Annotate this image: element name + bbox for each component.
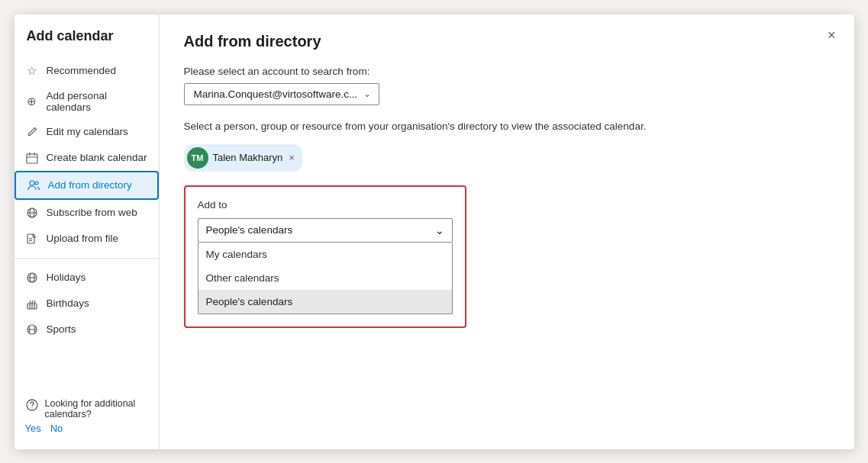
sidebar-item-label: Add personal calendars xyxy=(47,90,150,113)
account-label: Please select an account to search from: xyxy=(184,66,830,77)
sidebar-item-label: Holidays xyxy=(47,272,86,283)
sidebar-item-label: Sports xyxy=(47,323,76,335)
sidebar-item-holidays[interactable]: Holidays xyxy=(15,265,159,291)
dropdown-select[interactable]: People's calendars ⌄ xyxy=(198,218,453,243)
close-button[interactable]: × xyxy=(823,27,841,43)
sidebar-item-label: Upload from file xyxy=(47,233,119,244)
page-title: Add from directory xyxy=(184,33,830,50)
person-tag: TM Talen Makharyn × xyxy=(184,144,302,172)
chevron-down-icon: ⌄ xyxy=(363,88,371,99)
dropdown-option-peoples-calendars[interactable]: People's calendars xyxy=(198,290,452,313)
sidebar-divider xyxy=(15,258,159,259)
sidebar-footer: Looking for additional calendars? Yes No xyxy=(15,391,159,442)
modal: Add calendar ☆ Recommended ⊕ Add persona… xyxy=(15,14,854,449)
tag-container: TM Talen Makharyn × xyxy=(184,144,830,172)
upload-icon xyxy=(25,232,39,246)
svg-point-5 xyxy=(35,182,38,185)
svg-point-21 xyxy=(31,407,32,408)
sidebar-item-birthdays[interactable]: Birthdays xyxy=(15,291,159,317)
sidebar: Add calendar ☆ Recommended ⊕ Add persona… xyxy=(15,14,160,449)
sidebar-item-label: Birthdays xyxy=(47,297,89,309)
main-content: × Add from directory Please select an ac… xyxy=(160,14,854,449)
tag-name: Talen Makharyn xyxy=(213,152,283,163)
dropdown-option-my-calendars[interactable]: My calendars xyxy=(198,243,452,266)
globe-icon xyxy=(25,271,39,285)
sidebar-item-add-from-directory[interactable]: Add from directory xyxy=(15,171,159,200)
footer-text: Looking for additional calendars? xyxy=(45,398,148,420)
sidebar-item-sports[interactable]: Sports xyxy=(15,317,159,342)
tag-remove-button[interactable]: × xyxy=(287,153,296,162)
sidebar-item-upload-file[interactable]: Upload from file xyxy=(15,226,159,252)
svg-rect-0 xyxy=(27,154,37,163)
avatar: TM xyxy=(187,147,208,169)
sidebar-item-label: Recommended xyxy=(47,65,117,76)
footer-no-link[interactable]: No xyxy=(50,423,63,434)
account-select[interactable]: Marina.Conquest@virtosoftware.c... ⌄ xyxy=(184,83,380,105)
footer-yes-link[interactable]: Yes xyxy=(25,423,41,434)
sidebar-item-label: Create blank calendar xyxy=(47,152,147,163)
star-icon: ☆ xyxy=(25,64,39,78)
add-to-label: Add to xyxy=(198,199,453,211)
calendar-add-icon xyxy=(25,151,39,165)
footer-links: Yes No xyxy=(25,423,148,434)
dropdown-menu: My calendars Other calendars People's ca… xyxy=(198,243,453,314)
sidebar-item-label: Add from directory xyxy=(48,179,132,191)
subscribe-icon xyxy=(25,206,39,220)
sidebar-item-create-blank[interactable]: Create blank calendar xyxy=(15,145,159,171)
sidebar-item-add-personal[interactable]: ⊕ Add personal calendars xyxy=(15,84,159,119)
sidebar-item-edit-my[interactable]: Edit my calendars xyxy=(15,119,159,145)
sidebar-item-recommended[interactable]: ☆ Recommended xyxy=(15,58,159,84)
sidebar-item-label: Subscribe from web xyxy=(47,207,137,218)
chevron-down-icon: ⌄ xyxy=(435,224,444,236)
dropdown-value: People's calendars xyxy=(206,224,293,236)
modal-title: Add calendar xyxy=(15,28,159,58)
footer-icon xyxy=(25,398,39,414)
directory-icon xyxy=(27,178,40,192)
svg-point-4 xyxy=(30,181,34,185)
edit-icon xyxy=(25,125,39,139)
add-to-section: Add to People's calendars ⌄ My calendars… xyxy=(184,185,466,328)
dropdown-option-other-calendars[interactable]: Other calendars xyxy=(198,266,452,290)
add-person-icon: ⊕ xyxy=(25,95,39,108)
sports-icon xyxy=(25,323,39,336)
sidebar-item-subscribe-web[interactable]: Subscribe from web xyxy=(15,200,159,226)
birthday-icon xyxy=(25,297,39,310)
directory-description: Select a person, group or resource from … xyxy=(184,121,830,132)
sidebar-item-label: Edit my calendars xyxy=(47,126,128,137)
account-select-value: Marina.Conquest@virtosoftware.c... xyxy=(194,88,358,100)
